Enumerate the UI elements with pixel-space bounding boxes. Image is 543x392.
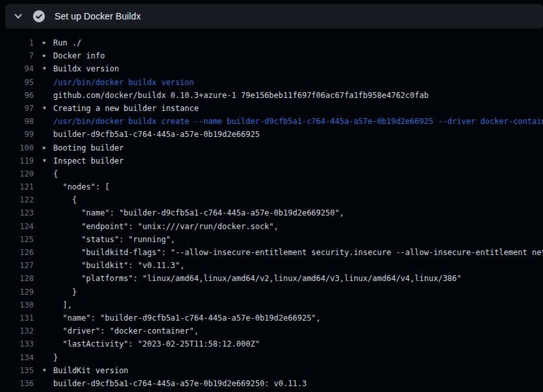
log-line: 119▼Inspect builder (0, 154, 543, 167)
log-line-number[interactable]: 7 (0, 49, 34, 62)
log-line: 97▼Creating a new builder instance (0, 102, 543, 115)
log-line: 123 "name": "builder-d9cfb5a1-c764-445a-… (0, 206, 543, 219)
log-text: "name": "builder-d9cfb5a1-c764-445a-a57e… (53, 312, 543, 325)
log-line: 100▶Booting builder (0, 141, 543, 154)
log-line-number[interactable]: 124 (0, 220, 34, 233)
group-expand-icon[interactable]: ▶ (34, 36, 53, 49)
group-title[interactable]: Docker info (53, 49, 543, 62)
log-line: 129 } (0, 286, 543, 299)
log-line: 128 "platforms": "linux/amd64,linux/amd6… (0, 272, 543, 285)
log-line-number[interactable]: 120 (0, 167, 34, 180)
log-line: 131 "name": "builder-d9cfb5a1-c764-445a-… (0, 312, 543, 325)
log-line: 121 "nodes": [ (0, 180, 543, 193)
log-text: builder-d9cfb5a1-c764-445a-a57e-0b19d2e6… (53, 128, 543, 141)
log-line-number[interactable]: 136 (0, 377, 34, 390)
check-circle-icon (32, 10, 45, 23)
command-text: /usr/bin/docker buildx version (53, 76, 543, 89)
log-line-number[interactable]: 123 (0, 206, 34, 219)
log-line-number[interactable]: 128 (0, 272, 34, 285)
group-title[interactable]: BuildKit version (53, 364, 543, 377)
log-line: 136builder-d9cfb5a1-c764-445a-a57e-0b19d… (0, 377, 543, 390)
group-title[interactable]: Inspect builder (53, 154, 543, 167)
log-text: "status": "running", (53, 233, 543, 246)
log-line-number[interactable]: 98 (0, 115, 34, 128)
log-line-number[interactable]: 133 (0, 337, 34, 350)
log-line: 125 "status": "running", (0, 233, 543, 246)
log-line: 96github.com/docker/buildx 0.10.3+azure-… (0, 89, 543, 102)
chevron-down-icon[interactable] (14, 12, 23, 21)
log-text: "endpoint": "unix:///var/run/docker.sock… (53, 220, 543, 233)
log-line: 7▶Docker info (0, 49, 543, 62)
log-line: 134} (0, 351, 543, 364)
group-collapse-icon[interactable]: ▼ (34, 154, 53, 167)
log-line: 130 ], (0, 299, 543, 312)
log-line-number[interactable]: 125 (0, 233, 34, 246)
log-line-number[interactable]: 127 (0, 259, 34, 272)
log-line: 135▼BuildKit version (0, 364, 543, 377)
log-line-number[interactable]: 131 (0, 312, 34, 325)
log-line-number[interactable]: 122 (0, 193, 34, 206)
log-line-number[interactable]: 95 (0, 76, 34, 89)
log-text: "driver": "docker-container", (53, 325, 543, 337)
log-line: 1▶Run ./ (0, 36, 543, 49)
command-text: /usr/bin/docker buildx create --name bui… (53, 115, 543, 128)
log-line-number[interactable]: 121 (0, 180, 34, 193)
log-line: 120{ (0, 167, 543, 180)
log-text: } (53, 351, 543, 364)
group-collapse-icon[interactable]: ▼ (34, 102, 53, 115)
log-line: 98/usr/bin/docker buildx create --name b… (0, 115, 543, 128)
step-header[interactable]: Set up Docker Buildx (5, 4, 543, 29)
log-line-number[interactable]: 130 (0, 299, 34, 312)
log-text: "platforms": "linux/amd64,linux/amd64/v2… (53, 272, 543, 285)
log-line-number[interactable]: 132 (0, 325, 34, 337)
log-text: ], (53, 299, 543, 312)
log-text: "nodes": [ (53, 180, 543, 193)
group-title[interactable]: Run ./ (53, 36, 543, 49)
log-text: builder-d9cfb5a1-c764-445a-a57e-0b19d2e6… (53, 377, 543, 390)
log-text: github.com/docker/buildx 0.10.3+azure-1 … (53, 89, 543, 102)
log-line: 132 "driver": "docker-container", (0, 325, 543, 337)
log-text: { (53, 193, 543, 206)
log-text: "buildkitd-flags": "--allow-insecure-ent… (53, 246, 543, 259)
group-collapse-icon[interactable]: ▼ (34, 62, 53, 75)
log-text: "name": "builder-d9cfb5a1-c764-445a-a57e… (53, 206, 543, 219)
log-output: 1▶Run ./7▶Docker info94▼Buildx version95… (0, 36, 543, 392)
log-line-number[interactable]: 96 (0, 89, 34, 102)
log-text: "lastActivity": "2023-02-25T11:58:12.000… (53, 337, 543, 350)
log-line: 94▼Buildx version (0, 62, 543, 75)
log-text: { (53, 167, 543, 180)
log-line-number[interactable]: 126 (0, 246, 34, 259)
log-text: } (53, 286, 543, 299)
log-line: 127 "buildkit": "v0.11.3", (0, 259, 543, 272)
log-line-number[interactable]: 99 (0, 128, 34, 141)
group-title[interactable]: Buildx version (53, 62, 543, 75)
log-line: 126 "buildkitd-flags": "--allow-insecure… (0, 246, 543, 259)
log-line: 99builder-d9cfb5a1-c764-445a-a57e-0b19d2… (0, 128, 543, 141)
log-line-number[interactable]: 119 (0, 154, 34, 167)
log-line: 122 { (0, 193, 543, 206)
log-line: 124 "endpoint": "unix:///var/run/docker.… (0, 220, 543, 233)
step-title: Set up Docker Buildx (55, 11, 141, 21)
group-expand-icon[interactable]: ▶ (34, 141, 53, 154)
log-line: 133 "lastActivity": "2023-02-25T11:58:12… (0, 337, 543, 350)
log-line: 95/usr/bin/docker buildx version (0, 76, 543, 89)
log-line-number[interactable]: 97 (0, 102, 34, 115)
log-line-number[interactable]: 94 (0, 62, 34, 75)
log-line-number[interactable]: 135 (0, 364, 34, 377)
log-text: "buildkit": "v0.11.3", (53, 259, 543, 272)
group-expand-icon[interactable]: ▶ (34, 49, 53, 62)
log-line-number[interactable]: 134 (0, 351, 34, 364)
log-line-number[interactable]: 129 (0, 286, 34, 299)
group-collapse-icon[interactable]: ▼ (34, 364, 53, 377)
group-title[interactable]: Creating a new builder instance (53, 102, 543, 115)
log-line-number[interactable]: 100 (0, 141, 34, 154)
log-line-number[interactable]: 1 (0, 36, 34, 49)
group-title[interactable]: Booting builder (53, 141, 543, 154)
